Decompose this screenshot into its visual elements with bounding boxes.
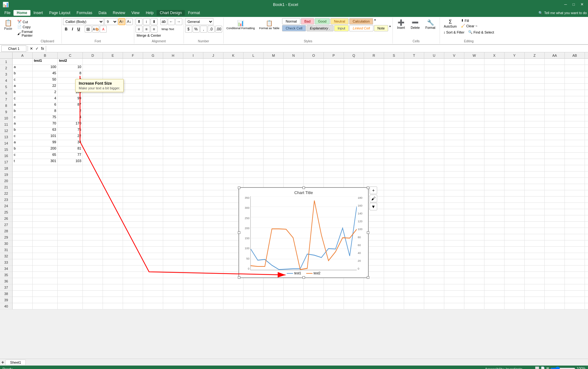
cell-40-19[interactable] [404,303,424,309]
cell-32-21[interactable] [444,253,464,259]
cell-25-20[interactable] [424,209,444,215]
cell-38-16[interactable] [344,291,364,297]
cell-4-15[interactable] [324,77,344,84]
cell-10-4[interactable] [103,115,123,121]
italic-button[interactable]: I [70,26,75,33]
cell-39-22[interactable] [464,297,484,303]
cell-14-b[interactable]: 99 [33,140,58,146]
cell-36-26[interactable] [545,278,565,284]
cell-23-19[interactable] [404,197,424,203]
cell-23-a[interactable] [13,197,33,203]
delete-cells-button[interactable]: ➖ Delete [409,18,421,30]
cell-36-3[interactable] [83,278,103,284]
cell-9-21[interactable] [444,109,464,115]
align-left-button[interactable]: ≡ [136,26,142,33]
cell-16-8[interactable] [183,153,203,159]
cell-40-c[interactable] [58,303,83,309]
sheet-tab-sheet1[interactable]: Sheet1 [5,360,26,365]
cell-16-14[interactable] [304,153,324,159]
cell-39-12[interactable] [264,297,284,303]
cell-12-25[interactable] [525,128,545,134]
cell-38-19[interactable] [404,291,424,297]
cell-13-15[interactable] [324,134,344,140]
cell-7-14[interactable] [304,96,324,103]
cell-6-7[interactable] [163,90,183,96]
cell-17-25[interactable] [525,159,545,165]
cell-8-9[interactable] [203,103,223,109]
cell-1-17[interactable] [364,59,384,65]
cell-12-23[interactable] [484,128,505,134]
row-header-1[interactable]: 1 [0,59,13,65]
cell-2-c[interactable]: 10 [58,65,83,71]
cell-10-26[interactable] [545,115,565,121]
cell-7-4[interactable] [103,96,123,103]
cell-18-19[interactable] [404,165,424,171]
cell-16-a[interactable]: c [13,153,33,159]
format-as-table-button[interactable]: 📋 Format as Table [258,19,281,31]
cell-4-26[interactable] [545,77,565,84]
cell-18-9[interactable] [203,165,223,171]
cell-15-10[interactable] [223,146,243,153]
cell-8-20[interactable] [424,103,444,109]
cell-25-25[interactable] [525,209,545,215]
cell-17-24[interactable] [505,159,525,165]
cell-25-24[interactable] [505,209,525,215]
cell-40-14[interactable] [304,303,324,309]
cell-15-5[interactable] [123,146,143,153]
cell-31-b[interactable] [33,247,58,253]
cell-17-14[interactable] [304,159,324,165]
font-color-button[interactable]: A [100,26,107,33]
cell-36-23[interactable] [484,278,505,284]
cell-6-5[interactable] [123,90,143,96]
menu-page-layout[interactable]: Page Layout [46,10,73,16]
cell-26-18[interactable] [384,215,404,222]
cell-32-3[interactable] [83,253,103,259]
cell-39-10[interactable] [223,297,243,303]
cell-36-27[interactable] [565,278,585,284]
cell-29-21[interactable] [444,234,464,240]
cell-1-13[interactable] [284,59,304,65]
cell-25-22[interactable] [464,209,484,215]
cell-6-20[interactable] [424,90,444,96]
cell-1-a[interactable] [13,59,33,65]
paste-button[interactable]: 📋 Paste [1,18,15,43]
cell-9-13[interactable] [284,109,304,115]
cell-21-25[interactable] [525,184,545,190]
cell-29-4[interactable] [103,234,123,240]
cell-13-26[interactable] [545,134,565,140]
insert-cells-button[interactable]: ➕ Insert [395,18,407,30]
cell-11-12[interactable] [264,121,284,128]
cell-39-14[interactable] [304,297,324,303]
cell-40-6[interactable] [143,303,163,309]
style-bad[interactable]: Bad [301,18,314,24]
cell-7-5[interactable] [123,96,143,103]
cell-12-8[interactable] [183,128,203,134]
cell-24-23[interactable] [484,203,505,209]
cell-11-27[interactable] [565,121,585,128]
row-header-22[interactable]: 22 [0,190,13,197]
cell-24-3[interactable] [83,203,103,209]
cell-23-21[interactable] [444,197,464,203]
cell-22-a[interactable] [13,190,33,197]
cell-6-13[interactable] [284,90,304,96]
cell-1-19[interactable] [404,59,424,65]
col-header-t[interactable]: T [404,52,424,59]
cell-26-4[interactable] [103,215,123,222]
cell-22-24[interactable] [505,190,525,197]
cell-12-13[interactable] [284,128,304,134]
cell-30-26[interactable] [545,240,565,247]
cell-27-6[interactable] [143,222,163,228]
cell-29-23[interactable] [484,234,505,240]
cell-24-9[interactable] [203,203,223,209]
cell-12-19[interactable] [404,128,424,134]
cell-7-19[interactable] [404,96,424,103]
cell-4-12[interactable] [264,77,284,84]
cell-19-c[interactable] [58,171,83,178]
cell-32-27[interactable] [565,253,585,259]
tell-me-input[interactable]: Tell me what you want to do [544,11,587,15]
cell-7-11[interactable] [243,96,264,103]
cell-26-5[interactable] [123,215,143,222]
find-select-button[interactable]: 🔍 Find & Select [467,30,495,34]
cell-28-24[interactable] [505,228,525,234]
cell-39-3[interactable] [83,297,103,303]
